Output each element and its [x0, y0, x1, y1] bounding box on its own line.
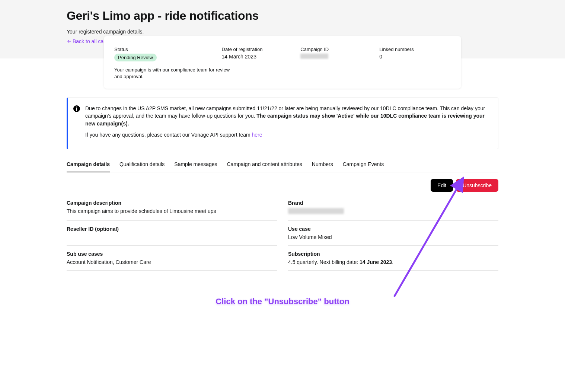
info-icon [73, 105, 80, 112]
brand-redacted [288, 208, 344, 214]
linked-value: 0 [379, 54, 451, 60]
page-subtitle: Your registered campaign details. [67, 29, 498, 35]
tab-campaign-details[interactable]: Campaign details [67, 157, 110, 172]
field-reseller: Reseller ID (optional) [67, 221, 277, 246]
tab-sample-messages[interactable]: Sample messages [174, 157, 217, 172]
annotation-overlay: Click on the "Unsubscribe" button [67, 274, 498, 319]
subscription-value: 4.5 quarterly. Next billing date: 14 Jun… [288, 259, 498, 265]
campaign-id-redacted [300, 54, 328, 59]
summary-linked: Linked numbers 0 [379, 47, 451, 61]
summary-card: Status Pending Review Date of registrati… [104, 36, 461, 89]
edit-button[interactable]: Edit [431, 179, 453, 192]
summary-description: Your campaign is with our compliance tea… [114, 67, 237, 80]
reseller-label: Reseller ID (optional) [67, 226, 277, 232]
subuse-value: Account Notification, Customer Care [67, 259, 277, 265]
usecase-value: Low Volume Mixed [288, 234, 498, 240]
tab-campaign-events[interactable]: Campaign Events [343, 157, 384, 172]
tabs: Campaign details Qualification details S… [67, 157, 498, 172]
tab-campaign-attributes[interactable]: Campaign and content attributes [227, 157, 302, 172]
brand-label: Brand [288, 200, 498, 206]
summary-campaign-id: Campaign ID [300, 47, 372, 61]
support-link[interactable]: here [252, 132, 262, 138]
page-title: Geri's Limo app - ride notifications [67, 9, 498, 23]
field-campaign-description: Campaign description This campaign aims … [67, 195, 277, 221]
unsubscribe-button[interactable]: Unsubscribe [456, 179, 498, 192]
field-usecase: Use case Low Volume Mixed [288, 221, 498, 246]
linked-label: Linked numbers [379, 47, 451, 52]
tab-qualification-details[interactable]: Qualification details [119, 157, 165, 172]
subuse-label: Sub use cases [67, 251, 277, 257]
svg-rect-1 [76, 108, 77, 111]
field-brand: Brand [288, 195, 498, 221]
status-label: Status [114, 47, 214, 52]
date-label: Date of registration [222, 47, 293, 52]
annotation-text: Click on the "Unsubscribe" button [216, 297, 349, 306]
summary-date: Date of registration 14 March 2023 [222, 47, 293, 61]
info-banner: Due to changes in the US A2P SMS market,… [67, 98, 498, 149]
usecase-label: Use case [288, 226, 498, 232]
subscription-label: Subscription [288, 251, 498, 257]
field-subuse: Sub use cases Account Notification, Cust… [67, 246, 277, 271]
campaign-id-label: Campaign ID [300, 47, 372, 52]
banner-text-2: If you have any questions, please contac… [85, 132, 252, 138]
tab-numbers[interactable]: Numbers [312, 157, 333, 172]
svg-point-0 [76, 106, 77, 108]
field-subscription: Subscription 4.5 quarterly. Next billing… [288, 246, 498, 271]
summary-status: Status Pending Review [114, 47, 214, 61]
campaign-desc-label: Campaign description [67, 200, 277, 206]
date-value: 14 March 2023 [222, 54, 293, 60]
arrow-left-icon [67, 39, 72, 44]
status-badge: Pending Review [114, 54, 157, 61]
campaign-desc-value: This campaign aims to provide schedules … [67, 208, 277, 214]
